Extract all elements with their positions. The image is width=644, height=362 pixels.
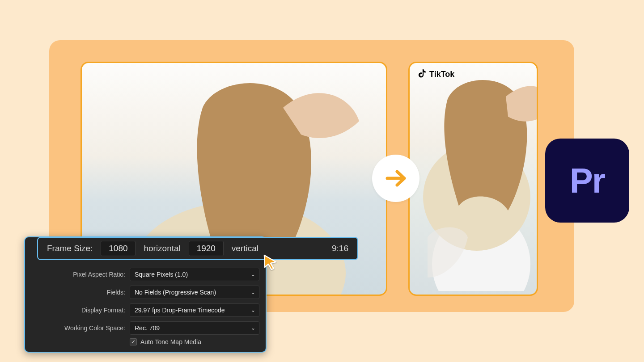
auto-tone-checkbox[interactable]: ✓ [130,338,137,345]
display-format-select[interactable]: 29.97 fps Drop-Frame Timecode ⌄ [130,303,259,317]
chevron-down-icon: ⌄ [251,307,255,313]
frame-height-input[interactable] [189,241,224,256]
pixel-aspect-value: Square Pixels (1.0) [135,271,188,278]
fields-label: Fields: [25,289,125,296]
display-format-row: Display Format: 29.97 fps Drop-Frame Tim… [25,303,266,317]
figure-portrait [408,72,538,291]
display-format-label: Display Format: [25,307,125,314]
color-space-label: Working Color Space: [25,324,125,332]
premiere-pro-label: Pr [570,160,605,201]
fields-select[interactable]: No Fields (Progressive Scan) ⌄ [130,286,259,299]
color-space-row: Working Color Space: Rec. 709 ⌄ [25,321,266,335]
frame-size-label: Frame Size: [47,244,93,253]
sequence-settings-panel: Frame Size: horizontal vertical 9:16 Pix… [24,236,267,353]
chevron-down-icon: ⌄ [251,271,255,278]
frame-width-input[interactable] [101,241,136,256]
color-space-select[interactable]: Rec. 709 ⌄ [130,321,259,335]
pixel-aspect-label: Pixel Aspect Ratio: [25,271,125,278]
chevron-down-icon: ⌄ [251,289,255,295]
fields-value: No Fields (Progressive Scan) [135,289,216,296]
auto-tone-row: ✓ Auto Tone Map Media [130,338,201,345]
vertical-label: vertical [232,244,258,253]
premiere-pro-badge: Pr [545,139,629,223]
display-format-value: 29.97 fps Drop-Frame Timecode [135,307,225,314]
frame-size-row: Frame Size: horizontal vertical 9:16 [37,237,358,260]
aspect-ratio-display: 9:16 [332,244,348,253]
chevron-down-icon: ⌄ [251,325,255,331]
fields-row: Fields: No Fields (Progressive Scan) ⌄ [25,286,266,299]
arrow-right-icon [384,166,408,190]
auto-tone-label: Auto Tone Map Media [140,338,201,345]
conversion-arrow [372,155,419,202]
pixel-aspect-row: Pixel Aspect Ratio: Square Pixels (1.0) … [25,268,266,281]
pixel-aspect-select[interactable]: Square Pixels (1.0) ⌄ [130,268,259,281]
color-space-value: Rec. 709 [135,324,160,332]
horizontal-label: horizontal [144,244,180,253]
output-portrait-frame: TikTok [408,62,538,296]
